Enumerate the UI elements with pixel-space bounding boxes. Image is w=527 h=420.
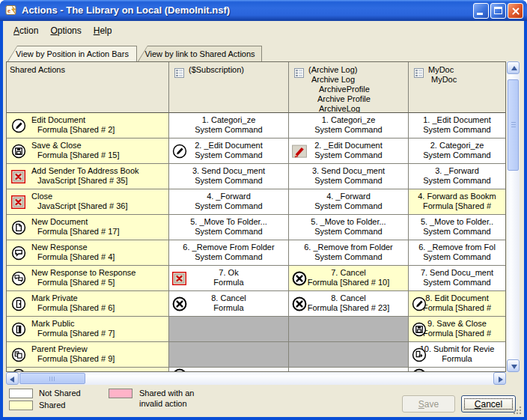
close-button[interactable] [508,3,523,19]
partial-action-cell[interactable] [169,368,289,371]
invalid-action-icon [11,170,25,183]
view-icon [414,67,424,81]
action-type: System Command [289,201,408,211]
column-header-1: Shared Actions [7,62,169,113]
action-cell[interactable]: 7. CancelFormula [Shared # 10] [289,266,409,291]
action-cell[interactable]: 8. CancelFormula [Shared # 23] [289,291,409,317]
action-cell[interactable]: Edit DocumentFormula [Shared # 2] [7,113,169,139]
action-title: 5. _Move to Folder... [289,217,408,227]
action-cell[interactable]: 3. _ForwardSystem Command [409,164,505,189]
horizontal-scroll-thumb[interactable] [19,373,85,384]
action-cell[interactable]: 3. Send Docu_mentSystem Command [169,164,289,189]
tab-label: View by Position in Action Bars [8,46,136,61]
tab-view-by-position[interactable]: View by Position in Action Bars [7,46,137,61]
action-type: JavaScript [Shared # 36] [7,201,168,211]
partial-action-cell[interactable] [409,368,505,371]
legend-swatch [109,389,132,398]
action-cell[interactable]: New Response to ResponseFormula [Shared … [7,266,169,291]
action-cell[interactable]: 2. _Edit DocumentSystem Command [169,139,289,164]
action-title: 7. Ok [169,268,288,278]
action-cell[interactable]: 2. _Edit DocumentSystem Command [289,139,409,164]
action-title: Close [7,192,168,201]
edit-pencil-icon [11,118,26,133]
tab-view-by-link[interactable]: View by link to Shared Actions [138,46,262,61]
cancel-icon [172,368,187,371]
action-cell[interactable]: 5. _Move to Folder..System Command [409,215,505,240]
action-type: JavaScript [Shared # 35] [7,176,168,186]
action-title: 6. _Remove from Folder [289,243,408,252]
action-type: System Command [169,176,288,186]
action-cell[interactable]: 1. Categori_zeSystem Command [169,113,289,139]
action-cell[interactable]: 6. _Remove from FolSystem Command [409,240,505,266]
action-type: System Command [409,252,505,262]
action-cell[interactable]: Mark PublicFormula [Shared # 7] [7,317,169,342]
cancel-icon [292,271,307,286]
action-type: System Command [289,227,408,237]
action-cell[interactable]: 6. _Remove from FolderSystem Command [289,240,409,266]
action-cell[interactable]: 5. _Move to Folder...System Command [289,215,409,240]
action-title: 6. _Remove From Folder [169,243,288,252]
partial-action-cell[interactable] [289,368,409,371]
legend-swatch [9,401,33,410]
cancel-icon [172,296,187,311]
edit-pencil-icon [412,296,427,311]
action-type: System Command [409,125,505,135]
save-button[interactable]: Save [402,395,455,413]
action-cell[interactable]: 8. CancelFormula [169,291,289,317]
partial-action-cell[interactable] [7,368,169,371]
action-cell[interactable]: 7. Send Docu_mentSystem Command [409,266,505,291]
cancel-button[interactable]: Cancel [461,395,516,413]
menu-options[interactable]: Options [46,24,85,37]
action-cell[interactable]: 7. OkFormula [169,266,289,291]
action-cell[interactable]: 8. Edit DocumentFormula [Shared # [409,291,505,317]
action-cell[interactable]: New ResponseFormula [Shared # 4] [7,240,169,266]
action-type: System Command [169,252,288,262]
action-cell[interactable]: Mark PrivateFormula [Shared # 6] [7,291,169,317]
action-cell[interactable]: 6. _Remove From FolderSystem Command [169,240,289,266]
maximize-button[interactable] [490,3,506,19]
scroll-down-arrow[interactable] [507,359,520,372]
header-line: Shared Actions [10,65,167,75]
action-cell[interactable]: 4. Forward as BookmFormula [Shared # [409,189,505,215]
scroll-left-arrow[interactable] [6,372,19,385]
cancel-icon [412,368,427,371]
action-cell[interactable]: CloseJavaScript [Shared # 36] [7,189,169,215]
action-title: New Response [7,243,168,252]
menu-action[interactable]: Action [9,24,43,37]
action-title: New Response to Response [7,268,168,278]
action-cell[interactable]: 5. _Move To Folder...System Command [169,215,289,240]
menu-help[interactable]: Help [89,24,117,37]
action-cell[interactable]: 4. _ForwardSystem Command [289,189,409,215]
action-cell[interactable]: 1. Categori_zeSystem Command [289,113,409,139]
vertical-scrollbar[interactable] [507,61,520,372]
action-title: Mark Public [7,319,168,329]
action-cell[interactable]: 9. Save & CloseFormula [Shared # [409,317,505,342]
title-bar[interactable]: e Actions - The Library on Local (DemoIn… [0,0,527,21]
minimize-button[interactable] [473,3,489,19]
action-type: System Command [289,125,408,135]
header-line: ($Subscription) [189,65,287,75]
action-cell[interactable]: New DocumentFormula [Shared # 17] [7,215,169,240]
legend-label: Shared with an invalid action [139,388,194,409]
action-cell[interactable]: 4. _ForwardSystem Command [169,189,289,215]
scroll-up-arrow[interactable] [507,61,520,74]
vertical-scroll-thumb[interactable] [508,79,519,171]
action-title: 4. _Forward [169,192,288,201]
scroll-right-arrow[interactable] [493,372,506,385]
action-cell[interactable]: 10. Submit for RevieFormula [409,342,505,368]
action-cell[interactable]: 3. Send Docu_mentSystem Command [289,164,409,189]
tab-label: View by link to Shared Actions [138,46,261,61]
horizontal-scrollbar[interactable] [6,372,506,385]
action-cell[interactable]: 1. _Edit DocumentSystem Command [409,113,505,139]
action-type: Formula [Shared # 2] [7,125,168,135]
action-cell[interactable]: Add Sender To Address BookJavaScript [Sh… [7,164,169,189]
mark-public-icon [11,322,26,337]
save-disk-icon [412,322,427,337]
action-cell[interactable]: Parent PreviewFormula [Shared # 9] [7,342,169,368]
action-cell[interactable]: Save & CloseFormula [Shared # 15] [7,139,169,164]
column-header-4: MyDocMyDoc [409,62,505,113]
action-type: Formula [Shared # 4] [7,252,168,262]
action-bars-table: Shared Actions($Subscription)(Archive Lo… [6,61,506,372]
resize-grip[interactable] [513,406,522,415]
action-cell[interactable]: 2. Categori_zeSystem Command [409,139,505,164]
